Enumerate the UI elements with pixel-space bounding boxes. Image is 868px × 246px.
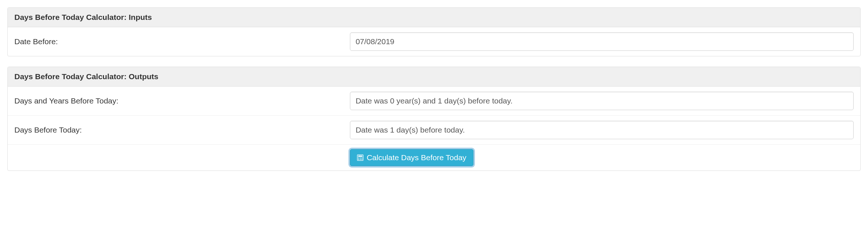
svg-rect-5 xyxy=(358,159,359,160)
calculate-button-label: Calculate Days Before Today xyxy=(367,153,466,162)
days-output xyxy=(350,121,854,139)
svg-rect-2 xyxy=(358,158,359,158)
date-before-label: Date Before: xyxy=(14,37,350,46)
date-before-input-wrap xyxy=(350,32,854,51)
calculate-button[interactable]: Calculate Days Before Today xyxy=(350,149,473,166)
days-output-wrap xyxy=(350,121,854,139)
inputs-panel-body: Date Before: xyxy=(8,27,860,56)
svg-rect-6 xyxy=(360,159,361,160)
days-row: Days Before Today: xyxy=(8,116,860,145)
inputs-panel-header: Days Before Today Calculator: Inputs xyxy=(8,8,860,27)
date-before-input[interactable] xyxy=(350,32,854,51)
outputs-panel: Days Before Today Calculator: Outputs Da… xyxy=(7,67,861,171)
days-years-output-wrap xyxy=(350,92,854,110)
button-spacer xyxy=(14,149,350,166)
calculate-button-row: Calculate Days Before Today xyxy=(8,145,860,171)
svg-rect-4 xyxy=(362,158,362,158)
svg-rect-1 xyxy=(358,155,362,157)
outputs-panel-body: Days and Years Before Today: Days Before… xyxy=(8,87,860,171)
svg-rect-7 xyxy=(362,159,362,160)
date-before-row: Date Before: xyxy=(8,27,860,56)
days-years-row: Days and Years Before Today: xyxy=(8,87,860,116)
button-cell: Calculate Days Before Today xyxy=(350,149,854,166)
calculator-icon xyxy=(357,154,364,161)
days-label: Days Before Today: xyxy=(14,126,350,134)
svg-rect-3 xyxy=(360,158,361,158)
days-years-output xyxy=(350,92,854,110)
days-years-label: Days and Years Before Today: xyxy=(14,96,350,105)
outputs-panel-header: Days Before Today Calculator: Outputs xyxy=(8,67,860,87)
inputs-panel: Days Before Today Calculator: Inputs Dat… xyxy=(7,7,861,56)
